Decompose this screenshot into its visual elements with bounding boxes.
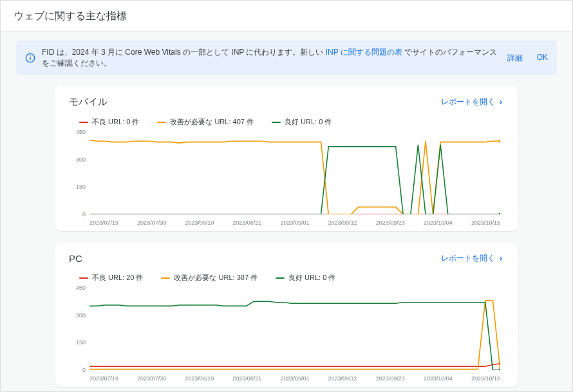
pc-chart: 4503001500 2023/07/192023/07/302023/08/1… [69, 288, 504, 384]
open-report-mobile[interactable]: レポートを開く [441, 97, 504, 107]
mobile-card: モバイル レポートを開く 不良 URL: 0 件 改善が必要な URL: 407… [55, 86, 518, 231]
legend-good: 良好 URL: 0 件 [272, 117, 332, 127]
legend-bad: 不良 URL: 0 件 [79, 117, 139, 127]
pc-legend: 不良 URL: 20 件 改善が必要な URL: 387 件 良好 URL: 0… [69, 269, 504, 288]
x-axis-labels: 2023/07/192023/07/302023/08/102023/08/21… [89, 375, 500, 382]
open-report-label: レポートを開く [441, 97, 495, 107]
legend-bad: 不良 URL: 20 件 [79, 273, 143, 283]
inp-issues-link[interactable]: INP に関する問題の表 [326, 48, 402, 57]
svg-point-4 [499, 140, 500, 143]
chevron-right-icon [498, 256, 504, 262]
open-report-label: レポートを開く [441, 253, 495, 264]
pc-title: PC [69, 253, 82, 264]
legend-good: 良好 URL: 0 件 [276, 273, 335, 283]
x-axis-labels: 2023/07/192023/07/302023/08/102023/08/21… [89, 219, 500, 226]
info-icon [25, 53, 35, 63]
pc-card: PC レポートを開く 不良 URL: 20 件 改善が必要な URL: 387 … [55, 243, 518, 387]
y-axis-labels: 4503001500 [69, 288, 88, 370]
mobile-title: モバイル [69, 96, 108, 108]
page-title: ウェブに関する主な指標 [1, 1, 572, 32]
legend-improve: 改善が必要な URL: 387 件 [161, 273, 258, 283]
chevron-right-icon [498, 99, 504, 106]
open-report-pc[interactable]: レポートを開く [441, 253, 504, 264]
svg-point-8 [499, 369, 500, 371]
mobile-chart: 4503001500 2023/07/192023/07/302023/08/1… [69, 132, 504, 229]
banner-text-prefix: FID は、2024 年 3 月に Core Web Vitals の一部として… [42, 48, 326, 57]
svg-rect-1 [30, 57, 30, 61]
mobile-legend: 不良 URL: 0 件 改善が必要な URL: 407 件 良好 URL: 0 … [69, 113, 504, 132]
y-axis-labels: 4503001500 [69, 132, 88, 214]
svg-point-5 [499, 213, 500, 215]
banner-message: FID は、2024 年 3 月に Core Web Vitals の一部として… [42, 47, 501, 69]
info-banner: FID は、2024 年 3 月に Core Web Vitals の一部として… [16, 41, 557, 75]
svg-rect-2 [30, 55, 30, 56]
legend-improve: 改善が必要な URL: 407 件 [157, 117, 254, 127]
banner-detail-link[interactable]: 詳細 [507, 53, 523, 64]
banner-ok-button[interactable]: OK [537, 53, 548, 64]
